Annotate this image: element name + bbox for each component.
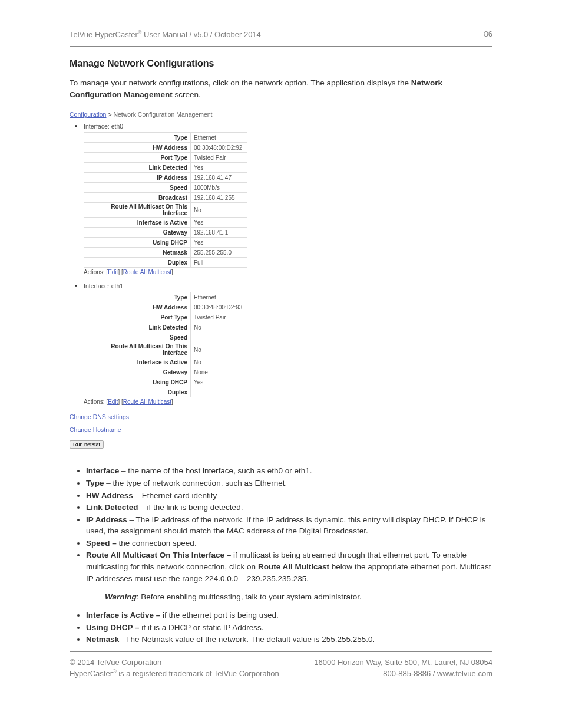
prop-key: Type: [84, 133, 191, 143]
prop-key: Interface is Active: [84, 218, 191, 228]
change-hostname-link[interactable]: Change Hostname: [70, 426, 121, 433]
prop-key: HW Address: [84, 143, 191, 153]
prop-key: Using DHCP: [84, 238, 191, 248]
interface-properties-table: TypeEthernetHW Address00:30:48:00:D2:93P…: [84, 292, 247, 397]
table-row: TypeEthernet: [84, 133, 247, 143]
table-row: DuplexFull: [84, 258, 247, 268]
footer-divider: [70, 651, 492, 652]
interface-properties-table: TypeEthernetHW Address00:30:48:00:D2:92P…: [84, 132, 247, 268]
prop-value: 00:30:48:00:D2:93: [191, 302, 247, 312]
definition-item: Using DHCP – if it is a DHCP or static I…: [86, 622, 492, 634]
prop-key: Duplex: [84, 387, 191, 397]
run-netstat-button[interactable]: Run netstat: [70, 440, 104, 449]
definition-item: Link Detected – if the link is being det…: [86, 502, 492, 513]
prop-key: Port Type: [84, 153, 191, 163]
table-row: TypeEthernet: [84, 292, 247, 302]
prop-value: [191, 332, 247, 342]
prop-value: 192.168.41.47: [191, 173, 247, 183]
website-link[interactable]: www.telvue.com: [437, 669, 492, 678]
warning-note: Warning: Before enabling multicasting, t…: [105, 592, 492, 601]
prop-key: Interface is Active: [84, 357, 191, 367]
definitions-list-1: Interface – the name of the host interfa…: [86, 465, 492, 584]
page-title: Manage Network Configurations: [70, 58, 492, 69]
trademark: HyperCaster® is a registered trademark o…: [70, 668, 279, 680]
change-dns-link[interactable]: Change DNS settings: [70, 413, 129, 420]
prop-value: No: [191, 322, 247, 332]
interface-list: Interface: eth0TypeEthernetHW Address00:…: [84, 121, 492, 405]
table-row: Route All Multicast On This InterfaceNo: [84, 203, 247, 218]
definition-item: Type – the type of network connection, s…: [86, 477, 492, 489]
edit-link[interactable]: Edit: [108, 269, 118, 275]
table-row: Netmask255.255.255.0: [84, 248, 247, 258]
prop-value: Twisted Pair: [191, 153, 247, 163]
header-left: TelVue HyperCaster® User Manual / v5.0 /…: [70, 29, 261, 39]
definition-item: Speed – the connection speed.: [86, 538, 492, 549]
route-multicast-link[interactable]: Route All Multicast: [123, 398, 171, 405]
prop-key: Route All Multicast On This Interface: [84, 342, 191, 357]
prop-value: Yes: [191, 377, 247, 387]
prop-value: Yes: [191, 238, 247, 248]
table-row: Port TypeTwisted Pair: [84, 153, 247, 163]
prop-key: Type: [84, 292, 191, 302]
prop-key: Port Type: [84, 312, 191, 322]
contact: 800-885-8886 / www.telvue.com: [383, 668, 492, 680]
prop-key: Gateway: [84, 367, 191, 377]
prop-value: Yes: [191, 163, 247, 173]
prop-value: Ethernet: [191, 292, 247, 302]
table-row: Link DetectedYes: [84, 163, 247, 173]
prop-value: 1000Mb/s: [191, 183, 247, 193]
prop-value: No: [191, 203, 247, 218]
prop-key: Speed: [84, 183, 191, 193]
prop-key: Duplex: [84, 258, 191, 268]
table-row: Speed1000Mb/s: [84, 183, 247, 193]
table-row: Using DHCPYes: [84, 238, 247, 248]
prop-value: 255.255.255.0: [191, 248, 247, 258]
page-footer: © 2014 TelVue Corporation 16000 Horizon …: [70, 657, 492, 680]
definition-item: Interface – the name of the host interfa…: [86, 465, 492, 477]
prop-value: [191, 387, 247, 397]
intro-text: To manage your network configurations, c…: [70, 77, 492, 100]
page-number: 86: [484, 29, 492, 39]
table-row: Interface is ActiveNo: [84, 357, 247, 367]
table-row: Link DetectedNo: [84, 322, 247, 332]
prop-key: Link Detected: [84, 163, 191, 173]
breadcrumb: Configuration > Network Configuration Ma…: [70, 111, 492, 118]
table-row: Gateway192.168.41.1: [84, 228, 247, 238]
table-row: Interface is ActiveYes: [84, 218, 247, 228]
prop-value: No: [191, 357, 247, 367]
definition-item: Interface is Active – if the ethernet po…: [86, 610, 492, 621]
interface-name: Interface: eth0: [84, 123, 492, 130]
page-header: TelVue HyperCaster® User Manual / v5.0 /…: [70, 29, 492, 46]
table-row: Route All Multicast On This InterfaceNo: [84, 342, 247, 357]
interface-item: Interface: eth1TypeEthernetHW Address00:…: [84, 281, 492, 405]
table-row: Using DHCPYes: [84, 377, 247, 387]
copyright: © 2014 TelVue Corporation: [70, 657, 161, 668]
prop-value: Twisted Pair: [191, 312, 247, 322]
breadcrumb-link[interactable]: Configuration: [70, 111, 106, 118]
definition-item: Netmask– The Netmask value of the networ…: [86, 634, 492, 645]
prop-value: Full: [191, 258, 247, 268]
table-row: Duplex: [84, 387, 247, 397]
route-multicast-link[interactable]: Route All Multicast: [123, 269, 171, 275]
prop-value: 00:30:48:00:D2:92: [191, 143, 247, 153]
header-divider: [70, 46, 492, 47]
table-row: Port TypeTwisted Pair: [84, 312, 247, 322]
table-row: GatewayNone: [84, 367, 247, 377]
interface-name: Interface: eth1: [84, 282, 492, 289]
table-row: Speed: [84, 332, 247, 342]
prop-key: IP Address: [84, 173, 191, 183]
prop-key: Netmask: [84, 248, 191, 258]
prop-key: Using DHCP: [84, 377, 191, 387]
config-links: Change DNS settings Change Hostname Run …: [70, 413, 492, 449]
prop-key: Speed: [84, 332, 191, 342]
definitions-list-2: Interface is Active – if the ethernet po…: [86, 610, 492, 645]
prop-value: 192.168.41.1: [191, 228, 247, 238]
prop-value: Yes: [191, 218, 247, 228]
breadcrumb-current: Network Configuration Management: [113, 111, 212, 118]
edit-link[interactable]: Edit: [108, 398, 118, 405]
prop-key: Broadcast: [84, 193, 191, 203]
prop-key: Route All Multicast On This Interface: [84, 203, 191, 218]
interface-actions: Actions: [Edit] [Route All Multicast]: [84, 398, 492, 405]
definition-item: IP Address – The IP address of the netwo…: [86, 514, 492, 537]
prop-value: No: [191, 342, 247, 357]
